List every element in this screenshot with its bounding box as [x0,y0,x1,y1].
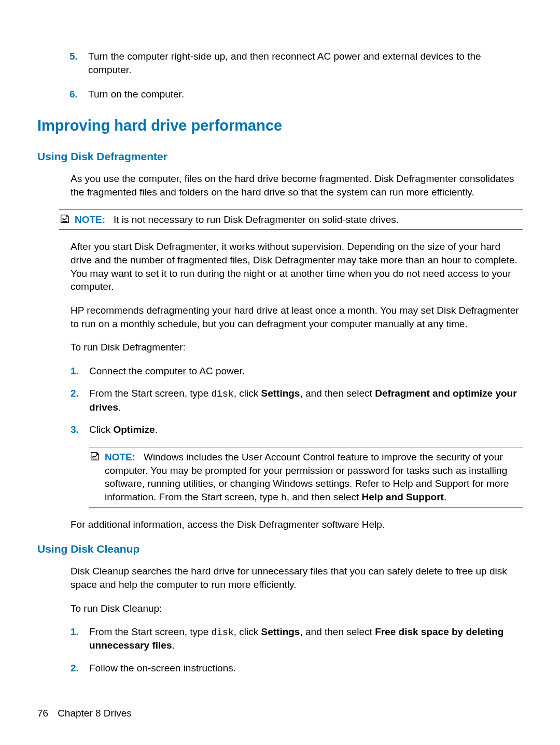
paragraph: Disk Cleanup searches the hard drive for… [71,565,523,591]
paragraph: As you use the computer, files on the ha… [71,172,523,199]
note-icon [89,451,101,466]
defrag-body-block: After you start Disk Defragmenter, it wo… [71,240,523,531]
step-number: 3. [71,423,79,437]
chapter-label: Chapter 8 Drives [58,707,132,720]
note-icon [59,213,71,228]
list-item: 1. Connect the computer to AC power. [89,364,523,378]
step-text: Connect the computer to AC power. [89,366,245,376]
step-text: From the Start screen, type disk, click … [89,388,517,412]
note-label: NOTE: [75,214,105,225]
step-text: Follow the on-screen instructions. [89,663,236,673]
step-text: Turn the computer right-side up, and the… [88,51,481,75]
note-body: It is not necessary to run Disk Defragme… [114,214,399,225]
list-item: 2. Follow the on-screen instructions. [89,662,523,675]
step-text: From the Start screen, type disk, click … [89,626,503,651]
continued-steps-list: 5. Turn the computer right-side up, and … [88,50,523,101]
note-text: NOTE: It is not necessary to run Disk De… [75,213,523,227]
step-number: 2. [71,387,79,400]
note-body: Windows includes the User Account Contro… [105,452,509,502]
heading-improving-performance: Improving hard drive performance [37,116,523,136]
note-box: NOTE: It is not necessary to run Disk De… [59,209,523,230]
paragraph: To run Disk Defragmenter: [71,341,523,354]
heading-disk-defragmenter: Using Disk Defragmenter [37,149,523,164]
defrag-intro-block: As you use the computer, files on the ha… [71,172,523,199]
page-footer: 76 Chapter 8 Drives [37,707,132,720]
defrag-steps-list: 1. Connect the computer to AC power. 2. … [89,364,523,437]
step-text: Click Optimize. [89,424,158,435]
paragraph: For additional information, access the D… [71,518,523,531]
note-label: NOTE: [105,452,135,462]
paragraph: After you start Disk Defragmenter, it wo… [71,240,523,293]
list-item: 2. From the Start screen, type disk, cli… [89,387,523,414]
list-item: 3. Click Optimize. [89,423,523,437]
list-item: 6. Turn on the computer. [88,88,523,101]
step-number: 2. [71,662,79,675]
note-text: NOTE: Windows includes the User Account … [105,451,523,504]
cleanup-steps-list: 1. From the Start screen, type disk, cli… [89,625,523,675]
paragraph: HP recommends defragmenting your hard dr… [71,304,523,330]
list-item: 5. Turn the computer right-side up, and … [88,50,523,76]
page-content: 5. Turn the computer right-side up, and … [37,50,523,675]
paragraph: To run Disk Cleanup: [71,602,523,615]
step-number: 6. [69,88,78,101]
code-text: h [281,493,287,503]
step-text: Turn on the computer. [88,89,184,100]
list-item: 1. From the Start screen, type disk, cli… [89,625,523,652]
code-text: disk [211,389,233,399]
note-box: NOTE: Windows includes the User Account … [89,447,523,508]
step-number: 5. [69,50,78,63]
page-number: 76 [37,707,48,720]
step-number: 1. [71,625,79,639]
cleanup-body-block: Disk Cleanup searches the hard drive for… [71,565,523,675]
step-number: 1. [71,364,79,378]
code-text: disk [211,627,233,638]
heading-disk-cleanup: Using Disk Cleanup [37,542,523,556]
